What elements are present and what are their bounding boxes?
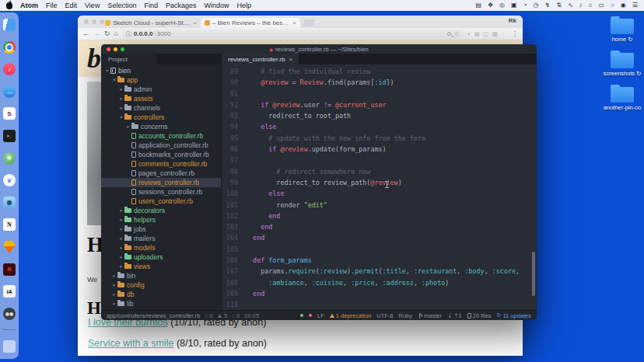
menu-item-atom[interactable]: Atom bbox=[20, 2, 38, 9]
review-link[interactable]: Service with a smile bbox=[88, 338, 173, 349]
tree-item-accounts_controller-rb[interactable]: accounts_controller.rb bbox=[101, 131, 221, 141]
minimize-button[interactable] bbox=[114, 47, 117, 51]
finder-icon[interactable] bbox=[3, 19, 16, 31]
messages-icon[interactable]: … bbox=[3, 85, 16, 98]
slack-icon[interactable]: S bbox=[3, 107, 16, 120]
disclosure-arrow-icon[interactable]: ▾ bbox=[104, 68, 110, 74]
menu-item-find[interactable]: Find bbox=[144, 2, 158, 9]
zoom-button[interactable] bbox=[121, 47, 124, 51]
wifi-icon[interactable]: ∿ bbox=[568, 0, 573, 11]
bookmark-star-icon[interactable]: ☆ bbox=[454, 31, 460, 37]
menu-item-help[interactable]: Help bbox=[236, 2, 251, 9]
deprecation-warning[interactable]: 1 deprecation bbox=[330, 312, 371, 319]
desktop-icon-another-pin-co[interactable]: another-pin-co bbox=[602, 87, 642, 111]
forward-button[interactable]: → bbox=[93, 30, 100, 37]
disclosure-arrow-icon[interactable]: ▸ bbox=[125, 124, 131, 130]
site-logo[interactable]: b bbox=[87, 42, 101, 75]
timer-icon[interactable]: ◷ bbox=[534, 0, 539, 11]
music-icon[interactable]: ♪ bbox=[3, 63, 16, 75]
project-tab[interactable]: Project bbox=[101, 54, 157, 64]
ia-writer-icon[interactable]: iA bbox=[3, 285, 16, 298]
sync-arrows-icon[interactable]: ⇅ bbox=[556, 0, 562, 11]
power-icon[interactable]: ↯ bbox=[544, 0, 550, 11]
disclosure-arrow-icon[interactable]: ▸ bbox=[118, 235, 124, 242]
code-editor[interactable]: 89 # find the individual review90 @revie… bbox=[222, 64, 537, 310]
browser-tab-0[interactable]: Sketch Cloud - superH-Store× bbox=[101, 18, 201, 28]
disclosure-arrow-icon[interactable]: ▸ bbox=[118, 86, 124, 92]
stickers-app-icon[interactable]: ◉◉ bbox=[3, 308, 16, 320]
tweetbot-icon[interactable]: ◉ bbox=[3, 197, 16, 209]
menu-item-window[interactable]: Window bbox=[204, 2, 229, 9]
menu-item-edit[interactable]: Edit bbox=[65, 2, 78, 9]
disclosure-arrow-icon[interactable]: ▸ bbox=[118, 263, 124, 270]
extension-icons[interactable]: ◐▦◫▩◌ bbox=[467, 31, 508, 37]
tree-item-concerns[interactable]: ▸concerns bbox=[101, 122, 221, 131]
window-icon[interactable]: ▣ bbox=[511, 0, 517, 11]
tree-item-app[interactable]: ▾app bbox=[101, 75, 221, 85]
volume-icon[interactable]: ♪ bbox=[579, 0, 583, 11]
disclosure-arrow-icon[interactable]: ▸ bbox=[118, 245, 124, 251]
tree-item-config[interactable]: ▸config bbox=[101, 280, 221, 290]
tree-item-uploaders[interactable]: ▸uploaders bbox=[101, 252, 221, 262]
browser-tab-1[interactable]: – Bien Reviews – the best re…× bbox=[201, 18, 300, 28]
zoom-button[interactable] bbox=[100, 19, 104, 24]
tree-item-bin[interactable]: ▸bin bbox=[101, 271, 221, 280]
disclosure-arrow-icon[interactable]: ▸ bbox=[118, 96, 124, 102]
tree-item-pages_controller-rb[interactable]: pages_controller.rb bbox=[101, 169, 221, 178]
tree-item-decorators[interactable]: ▸decorators bbox=[101, 206, 221, 215]
menu-item-view[interactable]: View bbox=[85, 2, 100, 9]
tree-item-comments_controller-rb[interactable]: comments_controller.rb bbox=[101, 159, 221, 169]
close-tab-icon[interactable]: × bbox=[292, 19, 296, 26]
sketch-icon[interactable] bbox=[3, 241, 16, 253]
encoding-indicator[interactable]: UTF-8 bbox=[376, 312, 393, 319]
tree-item-assets[interactable]: ▸assets bbox=[101, 94, 221, 103]
disclosure-arrow-icon[interactable]: ▸ bbox=[111, 273, 117, 279]
line-ending-indicator[interactable]: LF bbox=[317, 312, 324, 319]
mail-app-icon[interactable]: ∨ bbox=[3, 174, 16, 186]
menu-item-selection[interactable]: Selection bbox=[107, 2, 136, 9]
disclosure-arrow-icon[interactable]: ▸ bbox=[111, 282, 117, 288]
browser-menu-icon[interactable]: ⋮ bbox=[512, 31, 518, 37]
close-button[interactable] bbox=[107, 47, 110, 51]
airplay-icon[interactable]: ⌂ bbox=[589, 0, 593, 11]
shield-icon[interactable]: ❖ bbox=[488, 0, 493, 11]
minimize-button[interactable] bbox=[92, 19, 96, 24]
editor-scrollbar[interactable] bbox=[532, 252, 535, 296]
extension-icon-3[interactable]: ▩ bbox=[492, 30, 499, 37]
tree-item-admin[interactable]: ▸admin bbox=[101, 85, 221, 94]
close-tab-icon[interactable]: × bbox=[193, 19, 197, 26]
editor-tab[interactable]: reviews_controller.rb × bbox=[222, 54, 299, 64]
tree-item-application_controller-rb[interactable]: application_controller.rb bbox=[101, 141, 221, 150]
grammar-indicator[interactable]: Ruby bbox=[399, 312, 413, 319]
tree-item-views[interactable]: ▸views bbox=[101, 262, 221, 271]
tree-item-controllers[interactable]: ▾controllers bbox=[101, 113, 221, 122]
search-icon[interactable] bbox=[447, 32, 451, 36]
tree-item-bookmarks_controller-rb[interactable]: bookmarks_controller.rb bbox=[101, 150, 221, 159]
disclosure-arrow-icon[interactable]: ▸ bbox=[118, 254, 124, 260]
chrome-icon[interactable] bbox=[3, 41, 16, 54]
home-button[interactable]: ⌂ bbox=[114, 30, 118, 37]
tree-item-sessions_controller-rb[interactable]: sessions_controller.rb bbox=[101, 187, 221, 197]
profile-badge[interactable]: Rk bbox=[509, 17, 516, 24]
reload-button[interactable]: ↻ bbox=[104, 30, 110, 37]
site-info-icon[interactable]: ⓘ bbox=[126, 30, 131, 38]
disclosure-arrow-icon[interactable]: ▾ bbox=[118, 114, 124, 120]
extension-icon-1[interactable]: ▦ bbox=[474, 30, 481, 37]
trash-icon[interactable] bbox=[3, 340, 16, 353]
disclosure-arrow-icon[interactable]: ▸ bbox=[118, 105, 124, 111]
display-icon[interactable]: ▤ bbox=[475, 0, 481, 11]
disclosure-arrow-icon[interactable]: ▸ bbox=[118, 217, 124, 223]
notification-center-icon[interactable]: ☰ bbox=[632, 0, 638, 11]
tree-item-helpers[interactable]: ▸helpers bbox=[101, 215, 221, 225]
disclosure-arrow-icon[interactable]: ▸ bbox=[111, 301, 117, 307]
tree-item-models[interactable]: ▸models bbox=[101, 243, 221, 252]
siri-icon[interactable]: ◉ bbox=[621, 0, 626, 11]
tree-item-db[interactable]: ▸db bbox=[101, 290, 221, 299]
disclosure-arrow-icon[interactable]: ▸ bbox=[118, 226, 124, 232]
tree-item-reviews_controller-rb[interactable]: reviews_controller.rb bbox=[101, 178, 221, 187]
acrobat-icon[interactable]: A bbox=[3, 263, 16, 276]
tree-item-bien[interactable]: ▾bien bbox=[101, 66, 221, 75]
terminal-icon[interactable]: >_ bbox=[3, 130, 16, 142]
status-file-path[interactable]: app/controllers/reviews_controller.rb bbox=[107, 312, 200, 319]
tree-item-lib[interactable]: ▸lib bbox=[101, 299, 221, 308]
